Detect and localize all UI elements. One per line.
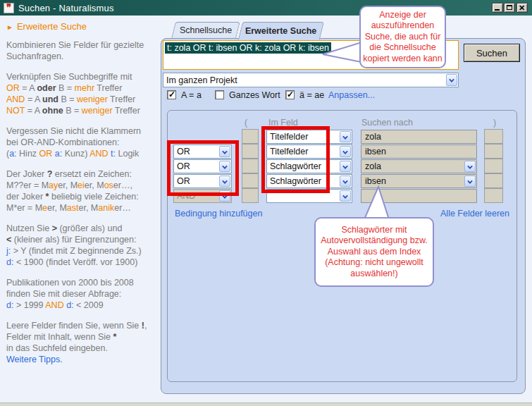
open-paren-cell[interactable] — [242, 173, 259, 188]
tab-erweiterte-suche[interactable]: Erweiterte Suche — [238, 22, 324, 39]
triangle-right-icon: ► — [6, 23, 13, 31]
alle-felder-leeren-link[interactable]: Alle Felder leeren — [440, 209, 509, 219]
column-header-close-paren: ) — [493, 118, 496, 128]
term-input[interactable]: zola — [361, 130, 477, 144]
chevron-down-icon[interactable] — [464, 176, 476, 187]
open-paren-cell[interactable] — [242, 129, 259, 144]
callout-tail — [321, 35, 363, 65]
help-paragraph: Nutzen Sie > (größer als) und< (kleiner … — [6, 223, 164, 268]
open-paren-cell[interactable] — [242, 188, 259, 203]
titlebar: ❞ Suchen - Naturalismus — [0, 0, 532, 16]
chevron-down-icon[interactable] — [340, 161, 351, 172]
field-select[interactable]: Schlagwörter — [266, 159, 352, 173]
scope-select[interactable]: Im ganzen Projekt — [163, 73, 459, 87]
checkbox-ganzes-wort-label: Ganzes Wort — [229, 90, 280, 100]
close-paren-cell[interactable] — [484, 188, 503, 203]
minimize-button[interactable] — [492, 3, 503, 13]
app-icon: ❞ — [4, 3, 14, 13]
chevron-down-icon[interactable] — [219, 176, 230, 187]
field-select[interactable] — [266, 189, 352, 203]
operator-select-disabled[interactable]: AND — [173, 189, 232, 203]
minimize-icon — [495, 9, 500, 11]
term-combobox[interactable]: zola — [361, 159, 477, 173]
field-select[interactable]: Schlagwörter — [266, 174, 352, 188]
chevron-down-icon[interactable] — [464, 161, 476, 172]
chevron-down-icon[interactable] — [219, 161, 230, 172]
operator-select[interactable]: OR — [173, 144, 232, 159]
checkbox-ganzes-wort[interactable] — [215, 90, 224, 99]
chevron-down-icon[interactable] — [340, 131, 351, 142]
window-title: Suchen - Naturalismus — [18, 3, 114, 13]
window-bottom-edge — [0, 402, 532, 406]
suchen-button[interactable]: Suchen — [464, 44, 520, 62]
chevron-down-icon[interactable] — [340, 146, 351, 157]
maximize-icon — [507, 5, 512, 10]
column-header-suchen-nach: Suchen nach — [361, 118, 413, 128]
term-input[interactable]: ibsen — [361, 144, 477, 159]
anpassen-link[interactable]: Anpassen... — [328, 90, 375, 100]
close-button[interactable]: ✕ — [516, 3, 528, 13]
help-paragraph: Publikationen von 2000 bis 2008finden Si… — [6, 277, 164, 311]
operator-select[interactable]: OR — [173, 159, 232, 173]
checkbox-ae-label: ä = ae — [299, 90, 324, 100]
app-window: ❞ Suchen - Naturalismus ✕ ►Erweiterte Su… — [0, 0, 532, 406]
checkbox-ae[interactable]: ✓ — [285, 90, 295, 99]
close-paren-cell[interactable] — [484, 129, 503, 144]
help-paragraph: Der Joker ? ersetzt ein Zeichen:M??er = … — [6, 168, 164, 214]
help-paragraph: Kombinieren Sie Felder für gezielteSucha… — [6, 39, 164, 62]
operator-select[interactable]: OR — [173, 174, 232, 188]
callout-keyword-note: Schlagwörter mit Autovervollständigung b… — [314, 217, 434, 287]
help-sidebar: ►Erweiterte Suche Kombinieren Sie Felder… — [6, 21, 164, 365]
checkbox-a-eq-a-label: A = a — [181, 90, 202, 100]
weitere-tipps-link[interactable]: Weitere Tipps. — [6, 354, 164, 365]
close-paren-cell[interactable] — [484, 144, 503, 159]
maximize-button[interactable] — [504, 3, 515, 13]
open-paren-cell[interactable] — [242, 159, 259, 173]
column-header-im-feld: Im Feld — [268, 118, 298, 128]
help-paragraph: Vergessen Sie nicht die Klammernbei OR-A… — [6, 125, 164, 159]
chevron-down-icon[interactable] — [219, 190, 230, 202]
checkbox-a-eq-a[interactable]: ✓ — [167, 90, 176, 99]
chevron-down-icon[interactable] — [446, 74, 457, 86]
callout-tail — [356, 185, 398, 220]
chevron-down-icon[interactable] — [219, 146, 230, 157]
query-selected-text: t: zola OR t: ibsen OR k: zola OR k: ibs… — [165, 42, 331, 54]
chevron-down-icon[interactable] — [340, 176, 351, 187]
tab-schnellsuche[interactable]: Schnellsuche — [171, 22, 240, 38]
open-paren-cell[interactable] — [242, 144, 259, 159]
chevron-down-icon[interactable] — [340, 190, 351, 202]
bedingung-hinzufuegen-link[interactable]: Bedingung hinzufügen — [175, 209, 262, 219]
column-header-open-paren: ( — [245, 118, 247, 128]
help-paragraph: Leere Felder finden Sie, wenn Sie !,Feld… — [6, 320, 164, 365]
field-select[interactable]: Titelfelder — [266, 144, 352, 159]
close-icon: ✕ — [519, 4, 525, 12]
close-paren-cell[interactable] — [484, 159, 503, 173]
callout-query-note: Anzeige der auszuführenden Suche, die au… — [359, 6, 446, 68]
close-paren-cell[interactable] — [484, 173, 503, 188]
advanced-search-heading: ►Erweiterte Suche — [6, 21, 164, 33]
field-select[interactable]: Titelfelder — [266, 130, 352, 144]
options-row: ✓ A = a Ganzes Wort ✓ ä = ae Anpassen... — [0, 90, 532, 102]
